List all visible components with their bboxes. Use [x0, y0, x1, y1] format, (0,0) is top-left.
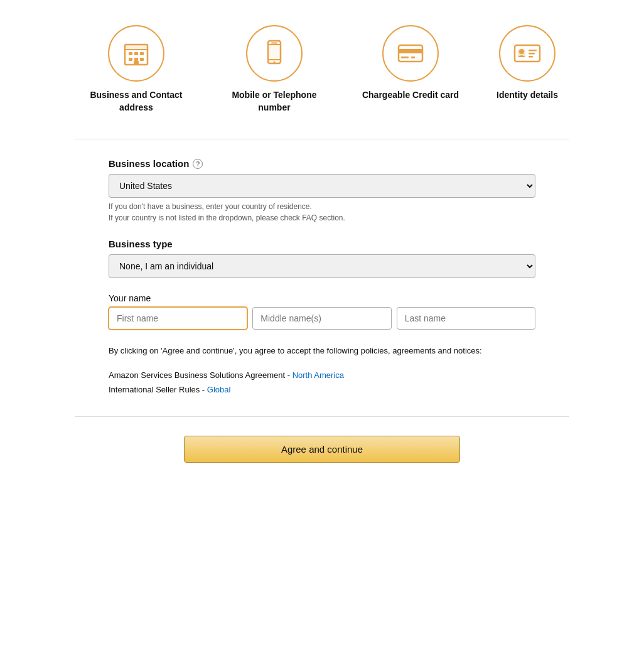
svg-point-14 [273, 62, 275, 63]
first-name-input[interactable] [109, 307, 247, 330]
step2-label: Mobile or Telephone number [224, 89, 325, 114]
step3-icon-circle [382, 25, 439, 82]
svg-rect-6 [129, 58, 132, 61]
step-credit-card: Chargeable Credit card [362, 25, 459, 102]
step-business-contact: Business and Contact address [86, 25, 186, 114]
svg-rect-4 [134, 52, 138, 55]
policy-text: By clicking on 'Agree and continue', you… [109, 345, 535, 358]
svg-rect-24 [529, 53, 535, 55]
svg-rect-25 [529, 56, 533, 58]
middle-name-input[interactable] [252, 307, 391, 330]
svg-rect-9 [134, 61, 139, 65]
business-location-label: Business location ? [109, 158, 535, 169]
business-type-group: Business type None, I am an individual [109, 239, 535, 278]
policy-line2: International Seller Rules - Global [109, 382, 535, 397]
agree-continue-button[interactable]: Agree and continue [184, 436, 460, 463]
last-name-input[interactable] [397, 307, 535, 330]
policy-links: Amazon Services Business Solutions Agree… [109, 368, 535, 397]
step1-label: Business and Contact address [86, 89, 186, 114]
your-name-group: Your name [109, 293, 535, 330]
business-location-select[interactable]: United States [109, 174, 535, 198]
step-identity: Identity details [496, 25, 558, 102]
svg-rect-5 [140, 52, 144, 55]
name-fields-row [109, 307, 535, 330]
step1-icon-circle [108, 25, 164, 82]
svg-rect-18 [401, 57, 409, 58]
page-wrapper: Business and Contact address Mobile or T… [0, 0, 644, 663]
building-icon [121, 38, 151, 68]
id-card-icon [512, 38, 542, 68]
north-america-link[interactable]: North America [292, 370, 344, 380]
svg-rect-17 [399, 49, 422, 53]
svg-rect-23 [529, 50, 537, 51]
business-location-hint: If you don't have a business, enter your… [109, 201, 535, 224]
svg-rect-15 [271, 43, 277, 44]
policy-line1: Amazon Services Business Solutions Agree… [109, 368, 535, 382]
business-type-select[interactable]: None, I am an individual [109, 254, 535, 278]
svg-rect-7 [134, 58, 138, 61]
step-mobile: Mobile or Telephone number [224, 25, 325, 114]
svg-rect-1 [125, 45, 148, 50]
business-location-group: Business location ? United States If you… [109, 158, 535, 224]
business-location-help-icon[interactable]: ? [193, 159, 203, 169]
step2-icon-circle [246, 25, 303, 82]
your-name-label: Your name [109, 293, 535, 303]
svg-point-22 [519, 49, 524, 54]
step4-label: Identity details [496, 89, 558, 102]
svg-rect-3 [129, 52, 132, 55]
svg-rect-19 [411, 57, 415, 58]
form-area: Business location ? United States If you… [109, 158, 535, 397]
business-type-label: Business type [109, 239, 535, 249]
phone-icon [259, 38, 289, 68]
header-divider [75, 139, 570, 139]
global-link[interactable]: Global [207, 385, 231, 394]
bottom-divider [75, 416, 570, 417]
step4-icon-circle [499, 25, 555, 82]
step3-label: Chargeable Credit card [362, 89, 459, 102]
svg-rect-8 [140, 58, 144, 61]
credit-card-icon [395, 38, 426, 68]
steps-header: Business and Contact address Mobile or T… [13, 25, 631, 114]
